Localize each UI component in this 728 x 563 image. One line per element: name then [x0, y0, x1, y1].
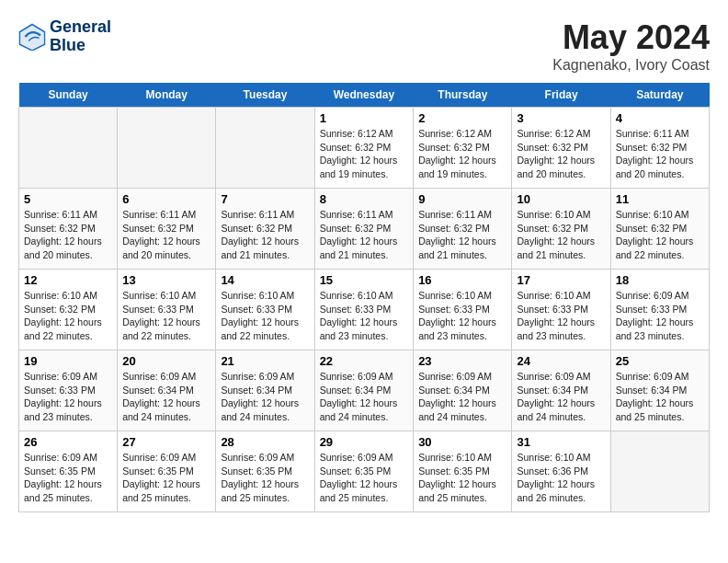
calendar-week-4: 19Sunrise: 6:09 AM Sunset: 6:33 PM Dayli…	[19, 350, 710, 431]
day-number: 16	[418, 273, 506, 287]
calendar-cell: 21Sunrise: 6:09 AM Sunset: 6:34 PM Dayli…	[216, 350, 314, 431]
day-number: 8	[320, 192, 409, 206]
calendar-cell: 25Sunrise: 6:09 AM Sunset: 6:34 PM Dayli…	[610, 350, 709, 431]
day-number: 22	[320, 354, 409, 368]
day-info: Sunrise: 6:10 AM Sunset: 6:32 PM Dayligh…	[517, 208, 605, 262]
day-header-monday: Monday	[118, 83, 216, 108]
day-info: Sunrise: 6:10 AM Sunset: 6:33 PM Dayligh…	[122, 289, 210, 343]
day-info: Sunrise: 6:09 AM Sunset: 6:35 PM Dayligh…	[24, 451, 112, 505]
day-info: Sunrise: 6:10 AM Sunset: 6:32 PM Dayligh…	[24, 289, 112, 343]
calendar-cell: 29Sunrise: 6:09 AM Sunset: 6:35 PM Dayli…	[314, 431, 414, 512]
calendar-cell: 17Sunrise: 6:10 AM Sunset: 6:33 PM Dayli…	[512, 270, 610, 350]
calendar-week-5: 26Sunrise: 6:09 AM Sunset: 6:35 PM Dayli…	[19, 431, 710, 512]
calendar-week-3: 12Sunrise: 6:10 AM Sunset: 6:32 PM Dayli…	[19, 270, 710, 350]
page-header: General Blue May 2024 Kagnenako, Ivory C…	[18, 18, 710, 74]
day-number: 23	[418, 354, 506, 368]
calendar-week-1: 1Sunrise: 6:12 AM Sunset: 6:32 PM Daylig…	[19, 108, 710, 189]
calendar-cell	[610, 431, 709, 512]
day-info: Sunrise: 6:10 AM Sunset: 6:32 PM Dayligh…	[616, 208, 704, 262]
day-number: 26	[24, 435, 112, 449]
day-info: Sunrise: 6:11 AM Sunset: 6:32 PM Dayligh…	[122, 208, 210, 262]
logo-text: General Blue	[50, 18, 111, 55]
day-info: Sunrise: 6:10 AM Sunset: 6:35 PM Dayligh…	[418, 451, 506, 505]
calendar-table: SundayMondayTuesdayWednesdayThursdayFrid…	[18, 83, 710, 512]
day-number: 13	[122, 273, 210, 287]
day-info: Sunrise: 6:09 AM Sunset: 6:33 PM Dayligh…	[24, 370, 112, 424]
day-header-thursday: Thursday	[414, 83, 512, 108]
day-info: Sunrise: 6:09 AM Sunset: 6:35 PM Dayligh…	[122, 451, 210, 505]
calendar-week-2: 5Sunrise: 6:11 AM Sunset: 6:32 PM Daylig…	[19, 189, 710, 270]
day-number: 12	[24, 273, 112, 287]
calendar-cell: 16Sunrise: 6:10 AM Sunset: 6:33 PM Dayli…	[414, 270, 512, 350]
day-info: Sunrise: 6:09 AM Sunset: 6:34 PM Dayligh…	[616, 370, 704, 424]
day-number: 10	[517, 192, 605, 206]
day-number: 30	[418, 435, 506, 449]
calendar-cell: 15Sunrise: 6:10 AM Sunset: 6:33 PM Dayli…	[314, 270, 414, 350]
calendar-cell: 8Sunrise: 6:11 AM Sunset: 6:32 PM Daylig…	[314, 189, 414, 270]
day-info: Sunrise: 6:12 AM Sunset: 6:32 PM Dayligh…	[517, 127, 605, 181]
day-number: 9	[418, 192, 506, 206]
day-number: 25	[616, 354, 704, 368]
calendar-cell: 20Sunrise: 6:09 AM Sunset: 6:34 PM Dayli…	[118, 350, 216, 431]
calendar-cell: 28Sunrise: 6:09 AM Sunset: 6:35 PM Dayli…	[216, 431, 314, 512]
day-info: Sunrise: 6:10 AM Sunset: 6:33 PM Dayligh…	[418, 289, 506, 343]
calendar-cell: 18Sunrise: 6:09 AM Sunset: 6:33 PM Dayli…	[610, 270, 709, 350]
calendar-cell: 1Sunrise: 6:12 AM Sunset: 6:32 PM Daylig…	[314, 108, 414, 189]
day-number: 17	[517, 273, 605, 287]
day-number: 6	[122, 192, 210, 206]
calendar-cell	[19, 108, 118, 189]
title-area: May 2024 Kagnenako, Ivory Coast	[552, 18, 710, 74]
day-info: Sunrise: 6:12 AM Sunset: 6:32 PM Dayligh…	[418, 127, 506, 181]
day-info: Sunrise: 6:10 AM Sunset: 6:33 PM Dayligh…	[221, 289, 309, 343]
day-info: Sunrise: 6:09 AM Sunset: 6:34 PM Dayligh…	[517, 370, 605, 424]
day-info: Sunrise: 6:09 AM Sunset: 6:33 PM Dayligh…	[616, 289, 704, 343]
day-number: 3	[517, 111, 605, 125]
day-info: Sunrise: 6:12 AM Sunset: 6:32 PM Dayligh…	[320, 127, 409, 181]
day-header-row: SundayMondayTuesdayWednesdayThursdayFrid…	[19, 83, 710, 108]
day-header-sunday: Sunday	[19, 83, 118, 108]
day-number: 19	[24, 354, 112, 368]
day-number: 5	[24, 192, 112, 206]
day-info: Sunrise: 6:09 AM Sunset: 6:35 PM Dayligh…	[320, 451, 409, 505]
logo-line1: General	[50, 18, 111, 37]
day-info: Sunrise: 6:09 AM Sunset: 6:35 PM Dayligh…	[221, 451, 309, 505]
calendar-cell: 22Sunrise: 6:09 AM Sunset: 6:34 PM Dayli…	[314, 350, 414, 431]
calendar-cell: 9Sunrise: 6:11 AM Sunset: 6:32 PM Daylig…	[414, 189, 512, 270]
calendar-cell: 14Sunrise: 6:10 AM Sunset: 6:33 PM Dayli…	[216, 270, 314, 350]
day-info: Sunrise: 6:11 AM Sunset: 6:32 PM Dayligh…	[320, 208, 409, 262]
calendar-cell: 6Sunrise: 6:11 AM Sunset: 6:32 PM Daylig…	[118, 189, 216, 270]
calendar-cell: 13Sunrise: 6:10 AM Sunset: 6:33 PM Dayli…	[118, 270, 216, 350]
day-number: 15	[320, 273, 409, 287]
day-info: Sunrise: 6:09 AM Sunset: 6:34 PM Dayligh…	[418, 370, 506, 424]
day-number: 28	[221, 435, 309, 449]
calendar-cell: 30Sunrise: 6:10 AM Sunset: 6:35 PM Dayli…	[414, 431, 512, 512]
day-number: 4	[616, 111, 704, 125]
calendar-cell: 27Sunrise: 6:09 AM Sunset: 6:35 PM Dayli…	[118, 431, 216, 512]
day-info: Sunrise: 6:10 AM Sunset: 6:33 PM Dayligh…	[320, 289, 409, 343]
calendar-cell: 11Sunrise: 6:10 AM Sunset: 6:32 PM Dayli…	[610, 189, 709, 270]
logo-line2: Blue	[50, 37, 111, 55]
calendar-cell: 26Sunrise: 6:09 AM Sunset: 6:35 PM Dayli…	[19, 431, 118, 512]
calendar-cell: 24Sunrise: 6:09 AM Sunset: 6:34 PM Dayli…	[512, 350, 610, 431]
month-title: May 2024	[552, 18, 710, 57]
day-info: Sunrise: 6:11 AM Sunset: 6:32 PM Dayligh…	[24, 208, 112, 262]
day-number: 2	[418, 111, 506, 125]
day-number: 21	[221, 354, 309, 368]
day-header-friday: Friday	[512, 83, 610, 108]
day-info: Sunrise: 6:11 AM Sunset: 6:32 PM Dayligh…	[616, 127, 704, 181]
day-info: Sunrise: 6:11 AM Sunset: 6:32 PM Dayligh…	[418, 208, 506, 262]
day-info: Sunrise: 6:11 AM Sunset: 6:32 PM Dayligh…	[221, 208, 309, 262]
calendar-cell	[216, 108, 314, 189]
day-header-tuesday: Tuesday	[216, 83, 314, 108]
calendar-cell: 19Sunrise: 6:09 AM Sunset: 6:33 PM Dayli…	[19, 350, 118, 431]
day-header-saturday: Saturday	[610, 83, 709, 108]
calendar-cell: 3Sunrise: 6:12 AM Sunset: 6:32 PM Daylig…	[512, 108, 610, 189]
day-header-wednesday: Wednesday	[314, 83, 414, 108]
calendar-cell: 12Sunrise: 6:10 AM Sunset: 6:32 PM Dayli…	[19, 270, 118, 350]
day-number: 20	[122, 354, 210, 368]
calendar-cell: 5Sunrise: 6:11 AM Sunset: 6:32 PM Daylig…	[19, 189, 118, 270]
day-number: 29	[320, 435, 409, 449]
calendar-cell	[118, 108, 216, 189]
day-number: 11	[616, 192, 704, 206]
day-info: Sunrise: 6:10 AM Sunset: 6:33 PM Dayligh…	[517, 289, 605, 343]
